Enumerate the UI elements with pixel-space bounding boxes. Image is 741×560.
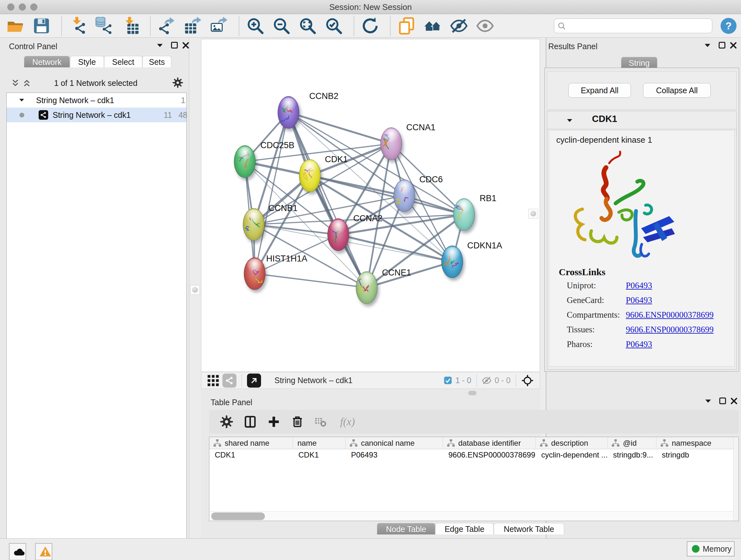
tab-string[interactable]: String	[621, 57, 657, 68]
crosslink-link[interactable]: P06493	[626, 339, 652, 349]
table-vscrollbar[interactable]	[733, 437, 738, 521]
left-splitter-handle[interactable]	[190, 285, 200, 295]
network-canvas[interactable]: CCNB2CCNA1CDC25BCDK1CDC6RB1CCNB1CCNA2CDK…	[201, 39, 540, 372]
zoom-selected-icon[interactable]	[325, 17, 343, 35]
table-cell[interactable]: CDK1	[209, 449, 293, 461]
column-header-database-identifier[interactable]: database identifier	[443, 437, 536, 449]
import-network-database-icon[interactable]	[95, 17, 113, 35]
tab-network-table[interactable]: Network Table	[494, 523, 564, 535]
function-builder-icon: f(x)	[337, 415, 357, 428]
network-node-rb1[interactable]	[453, 198, 475, 231]
results-panel-maximize-icon[interactable]	[719, 42, 725, 49]
tab-select[interactable]: Select	[104, 56, 142, 67]
control-panel-close-icon[interactable]	[182, 42, 190, 49]
control-panel-maximize-icon[interactable]	[171, 42, 178, 49]
warnings-button[interactable]	[35, 543, 52, 560]
table-cell[interactable]: stringdb	[657, 449, 738, 461]
crosslink-link[interactable]: P06493	[626, 295, 652, 305]
tab-style[interactable]: Style	[70, 56, 104, 67]
open-in-new-window-icon[interactable]	[247, 374, 261, 388]
zoom-out-icon[interactable]	[273, 17, 290, 35]
tab-network[interactable]: Network	[24, 56, 70, 67]
table-hscrollbar-thumb[interactable]	[211, 512, 265, 520]
export-image-icon[interactable]	[210, 17, 228, 35]
control-panel-float-icon[interactable]	[156, 42, 164, 50]
network-node-cdkn1a[interactable]	[441, 246, 463, 278]
birdseye-toggle-icon[interactable]	[222, 374, 237, 388]
entry-expander-icon[interactable]	[566, 117, 574, 125]
column-header-name[interactable]: name	[293, 437, 346, 449]
crosslink-link[interactable]: 9606.ENSP00000378699	[626, 310, 714, 320]
memory-button[interactable]: Memory	[687, 541, 735, 557]
open-session-icon[interactable]	[6, 17, 24, 35]
column-header-shared-name[interactable]: shared name	[209, 437, 293, 449]
horizontal-splitter-handle[interactable]	[468, 391, 476, 395]
tab-node-table[interactable]: Node Table	[377, 523, 435, 535]
collapse-all-icon[interactable]	[11, 78, 20, 87]
network-node-cdc6[interactable]	[394, 179, 415, 212]
node-label-cdkn1a: CDKN1A	[467, 241, 502, 251]
import-table-file-icon[interactable]	[121, 17, 139, 35]
network-node-ccnb1[interactable]	[243, 208, 265, 241]
network-options-gear-icon[interactable]	[172, 77, 183, 88]
network-tree-root-row[interactable]: String Network – cdk1 1	[7, 93, 186, 108]
zoom-fit-icon[interactable]	[299, 17, 317, 35]
network-node-hist1h1a[interactable]	[244, 257, 266, 290]
node-table[interactable]: shared namenamecanonical namedatabase id…	[209, 437, 739, 521]
selected-checkbox-icon[interactable]	[444, 376, 452, 385]
show-columns-icon[interactable]	[244, 415, 257, 428]
network-node-cdk1[interactable]	[299, 159, 321, 192]
table-panel-maximize-icon[interactable]	[719, 397, 726, 404]
help-button[interactable]: ?	[721, 18, 737, 34]
crosslink-link[interactable]: 9606.ENSP00000378699	[626, 325, 714, 334]
show-eye-icon[interactable]	[476, 17, 494, 35]
refresh-view-icon[interactable]	[361, 17, 379, 35]
entry-detail-card: cyclin-dependent kinase 1	[549, 130, 735, 367]
results-panel-close-icon[interactable]	[730, 42, 737, 49]
hidden-eye-icon[interactable]	[482, 376, 491, 385]
save-session-icon[interactable]	[32, 17, 51, 35]
tree-expander-icon[interactable]	[18, 97, 25, 104]
network-node-ccnb2[interactable]	[278, 96, 299, 129]
column-header-@id[interactable]: @id	[608, 437, 657, 449]
table-cell[interactable]: CDK1	[293, 449, 346, 461]
table-cell[interactable]: P06493	[346, 449, 443, 461]
network-node-ccne1[interactable]	[356, 271, 378, 304]
duplicate-network-icon[interactable]	[398, 17, 415, 35]
network-node-ccna1[interactable]	[381, 127, 402, 160]
expand-all-button[interactable]: Expand All	[568, 83, 631, 98]
export-network-icon[interactable]	[158, 17, 176, 35]
cloud-status-button[interactable]	[9, 543, 26, 560]
network-node-ccna2[interactable]	[327, 219, 349, 251]
search-input[interactable]	[554, 18, 712, 33]
table-cell[interactable]: stringdb:9...	[608, 449, 657, 461]
zoom-in-icon[interactable]	[246, 17, 264, 35]
fit-selected-crosshair-icon[interactable]	[521, 374, 534, 387]
tab-edge-table[interactable]: Edge Table	[435, 523, 494, 535]
network-tree-child-row[interactable]: String Network – cdk1 11 48	[7, 108, 186, 122]
table-hscrollbar[interactable]	[210, 511, 733, 521]
table-cell[interactable]: 9606.ENSP00000378699	[443, 449, 536, 461]
hide-selected-icon[interactable]	[450, 17, 468, 35]
table-cell[interactable]: cyclin-dependent ...	[536, 449, 608, 461]
expand-all-icon[interactable]	[22, 78, 31, 87]
table-options-gear-icon[interactable]	[220, 415, 233, 428]
results-panel-float-icon[interactable]	[703, 42, 712, 50]
right-splitter-handle[interactable]	[529, 209, 538, 219]
collapse-all-button[interactable]: Collapse All	[643, 83, 711, 98]
collection-count: 1	[176, 93, 185, 108]
export-table-icon[interactable]	[184, 17, 202, 35]
crosslink-link[interactable]: P06493	[626, 281, 652, 290]
table-panel-close-icon[interactable]	[730, 397, 738, 405]
add-column-icon[interactable]	[267, 415, 280, 428]
grid-view-icon[interactable]	[207, 374, 219, 387]
delete-column-icon[interactable]	[291, 415, 304, 428]
column-header-canonical-name[interactable]: canonical name	[346, 437, 443, 449]
column-header-namespace[interactable]: namespace	[657, 437, 738, 449]
import-network-file-icon[interactable]	[69, 17, 87, 35]
table-panel-float-icon[interactable]	[704, 397, 712, 406]
column-header-description[interactable]: description	[536, 437, 608, 449]
network-node-cdc25b[interactable]	[234, 145, 256, 178]
tab-sets[interactable]: Sets	[142, 56, 172, 67]
birdseye-home-icon[interactable]	[424, 17, 442, 35]
